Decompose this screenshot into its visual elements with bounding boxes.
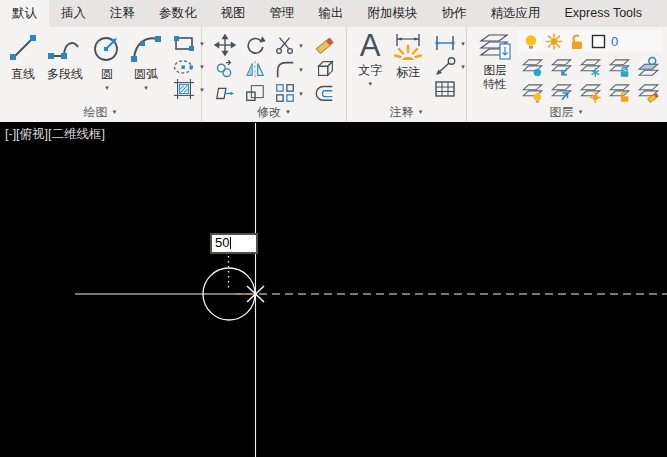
ribbon: 直线 多段线 xyxy=(0,27,667,122)
layer-on-all-button[interactable] xyxy=(518,79,547,104)
chevron-down-icon[interactable] xyxy=(298,60,304,78)
dynamic-input-field[interactable]: 50 xyxy=(210,233,258,254)
chevron-down-icon xyxy=(281,105,291,119)
tab-annotate[interactable]: 注释 xyxy=(98,0,147,27)
tab-manage[interactable]: 管理 xyxy=(258,0,307,27)
ribbon-tabbar: 默认 插入 注释 参数化 视图 管理 输出 附加模块 协作 精选应用 Expre… xyxy=(0,0,667,27)
layers-panel-footer[interactable]: 图层 xyxy=(467,104,666,122)
layers-panel-title: 图层 xyxy=(550,105,574,119)
tab-view[interactable]: 视图 xyxy=(209,0,258,27)
layer-make-current-button[interactable] xyxy=(634,54,663,79)
rotate-icon xyxy=(244,34,266,56)
annotation-panel-footer[interactable]: 注释 xyxy=(347,104,466,122)
sun-icon[interactable] xyxy=(545,33,563,50)
text-button[interactable]: A 文字 xyxy=(353,27,387,104)
copy-icon xyxy=(214,58,236,80)
mirror-button[interactable] xyxy=(242,57,272,81)
tab-output[interactable]: 输出 xyxy=(307,0,356,27)
tab-default[interactable]: 默认 xyxy=(0,0,49,27)
linear-dimension-button[interactable] xyxy=(433,32,466,54)
annotation-panel: A 文字 xyxy=(347,27,467,122)
array-icon xyxy=(274,82,296,104)
layer-unlock-button[interactable] xyxy=(605,79,634,104)
polyline-icon xyxy=(43,31,87,65)
chevron-down-icon[interactable] xyxy=(298,36,304,54)
layer-dropdown[interactable]: 0 xyxy=(518,30,663,52)
scale-button[interactable] xyxy=(242,81,272,105)
autocad-window: 默认 插入 注释 参数化 视图 管理 输出 附加模块 协作 精选应用 Expre… xyxy=(0,0,667,457)
layer-lock-button[interactable] xyxy=(605,54,634,79)
layer-thaw-icon xyxy=(579,81,603,103)
chevron-down-icon xyxy=(108,105,118,119)
tab-featured-apps[interactable]: 精选应用 xyxy=(479,0,553,27)
circle-icon xyxy=(90,31,124,65)
tab-insert[interactable]: 插入 xyxy=(49,0,98,27)
explode-icon xyxy=(314,58,336,80)
circle-button[interactable]: 圆 xyxy=(90,27,124,104)
draw-panel-title: 绘图 xyxy=(84,105,108,119)
layer-properties-button[interactable]: 图层 特性 xyxy=(472,27,518,104)
chevron-down-icon[interactable] xyxy=(104,84,110,91)
layer-isolate-button[interactable] xyxy=(547,54,576,79)
move-button[interactable] xyxy=(212,33,242,57)
draw-panel-footer[interactable]: 绘图 xyxy=(0,104,201,122)
line-button[interactable]: 直线 xyxy=(6,27,40,104)
trim-button[interactable] xyxy=(272,33,312,57)
layer-isolate-icon xyxy=(550,56,574,78)
offset-button[interactable] xyxy=(312,81,342,105)
leader-icon xyxy=(433,56,457,76)
rectangle-button[interactable] xyxy=(172,32,205,54)
layer-off-button[interactable] xyxy=(518,54,547,79)
canvas-geometry xyxy=(0,122,667,457)
layer-on-all-icon xyxy=(521,81,545,103)
bulb-icon[interactable] xyxy=(522,33,540,50)
ellipse-icon xyxy=(172,56,196,76)
layer-change-to-current-button[interactable] xyxy=(634,79,663,104)
layer-make-current-icon xyxy=(637,56,661,78)
erase-button[interactable] xyxy=(312,33,342,57)
current-layer-name: 0 xyxy=(611,34,618,49)
layer-properties-label-2: 特性 xyxy=(484,78,507,91)
polyline-button[interactable]: 多段线 xyxy=(43,27,87,104)
modify-panel-footer[interactable]: 修改 xyxy=(202,104,346,122)
stretch-button[interactable] xyxy=(212,81,242,105)
tab-parametric[interactable]: 参数化 xyxy=(147,0,209,27)
tab-collaborate[interactable]: 协作 xyxy=(430,0,479,27)
table-button[interactable] xyxy=(433,78,466,100)
line-icon xyxy=(6,31,40,65)
leader-button[interactable] xyxy=(433,55,466,77)
annotation-panel-title: 注释 xyxy=(390,105,414,119)
layer-unisolate-button[interactable] xyxy=(547,79,576,104)
move-icon xyxy=(214,34,236,56)
tab-addins[interactable]: 附加模块 xyxy=(356,0,430,27)
layer-off-icon xyxy=(521,56,545,78)
stretch-icon xyxy=(214,82,236,104)
explode-button[interactable] xyxy=(312,57,342,81)
drawing-canvas[interactable]: [-][俯视][二维线框] 50 xyxy=(0,122,667,457)
layer-thaw-button[interactable] xyxy=(576,79,605,104)
chevron-down-icon[interactable] xyxy=(143,84,149,91)
text-cursor xyxy=(230,237,231,249)
tab-express-tools[interactable]: Express Tools xyxy=(553,0,655,27)
rotate-button[interactable] xyxy=(242,33,272,57)
chevron-down-icon[interactable] xyxy=(367,80,373,87)
color-swatch[interactable] xyxy=(591,34,606,49)
viewport-controls-label[interactable]: [-][俯视][二维线框] xyxy=(5,126,105,143)
ellipse-button[interactable] xyxy=(172,55,205,77)
unlock-icon[interactable] xyxy=(568,33,586,50)
layer-freeze-button[interactable] xyxy=(576,54,605,79)
layer-change-to-current-icon xyxy=(637,81,661,103)
fillet-button[interactable] xyxy=(272,57,312,81)
arc-button[interactable]: 圆弧 xyxy=(127,27,165,104)
chevron-down-icon[interactable] xyxy=(298,84,304,102)
chevron-down-icon[interactable] xyxy=(460,57,466,75)
layer-properties-icon xyxy=(477,31,513,63)
rectangle-icon xyxy=(172,33,196,53)
dimension-button[interactable]: 标注 xyxy=(389,27,427,104)
chevron-down-icon xyxy=(574,105,584,119)
copy-button[interactable] xyxy=(212,57,242,81)
chevron-down-icon[interactable] xyxy=(460,34,466,52)
offset-icon xyxy=(314,82,336,104)
array-button[interactable] xyxy=(272,81,312,105)
hatch-button[interactable] xyxy=(172,78,205,100)
